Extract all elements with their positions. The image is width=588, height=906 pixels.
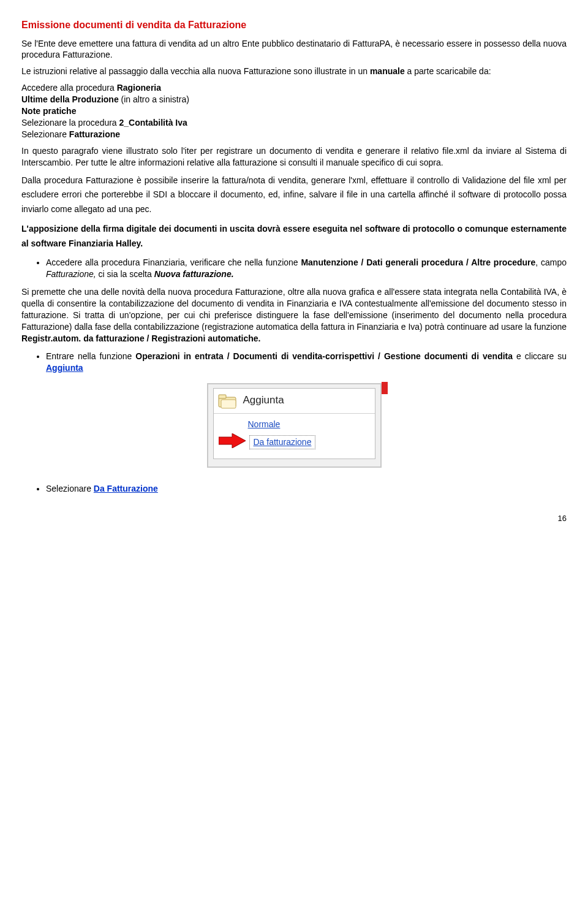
text: Fatturazione, (46, 269, 96, 279)
paragraph-instructions-intro: Le istruzioni relative al passaggio dall… (21, 66, 567, 77)
svg-marker-3 (219, 433, 246, 448)
text: Le istruzioni relative al passaggio dall… (21, 66, 370, 76)
folder-icon (217, 392, 238, 409)
text: Accedere alla procedura (21, 83, 117, 93)
text: a parte scaricabile da: (405, 66, 491, 76)
paragraph-scope: In questo paragrafo viene illustrato sol… (21, 145, 567, 169)
text: Accedere alla procedura Finanziaria, ver… (46, 257, 301, 267)
page-number: 16 (21, 513, 567, 524)
text: , campo (535, 257, 567, 267)
section-title: Emissione documenti di vendita da Fattur… (21, 18, 567, 32)
text: ci sia la scelta (96, 269, 154, 279)
screenshot: Aggiunta Normale Da fatturazione (207, 383, 382, 468)
paragraph-fatturazione-desc: Dalla procedura Fatturazione è possibile… (21, 173, 567, 217)
paragraph-firma-digitale: L'apposizione della firma digitale dei d… (21, 222, 567, 251)
screenshot-inner: Aggiunta Normale Da fatturazione (213, 388, 375, 460)
text: Entrare nella funzione (46, 351, 135, 361)
bullet-list-3: Selezionare Da Fatturazione (21, 483, 567, 495)
option-dafatturazione[interactable]: Da fatturazione (249, 435, 316, 449)
aggiunta-menu-header[interactable]: Aggiunta (214, 391, 375, 414)
manuale-word: manuale (370, 66, 405, 76)
text-ultimeprod: Ultime della Produzione (21, 94, 119, 104)
aggiunta-link[interactable]: Aggiunta (46, 363, 83, 373)
text: Selezionare (21, 129, 69, 139)
svg-rect-1 (219, 395, 226, 398)
steps-list: Accedere alla procedura Ragioneria Ultim… (21, 82, 567, 140)
da-fatturazione-link[interactable]: Da Fatturazione (94, 484, 158, 493)
screenshot-container: Aggiunta Normale Da fatturazione (21, 383, 567, 468)
red-marker (382, 382, 388, 394)
paragraph-intro: Se l'Ente deve emettere una fattura di v… (21, 38, 567, 61)
text-contabilita: 2_Contabilità Iva (119, 118, 187, 128)
list-item: Accedere alla procedura Finanziaria, ver… (46, 257, 567, 280)
text-ragioneria: Ragioneria (117, 83, 161, 93)
text: Selezionare la procedura (21, 118, 119, 128)
text: Nuova fatturazione. (154, 269, 234, 279)
text: Si premette che una delle novità della n… (21, 287, 567, 332)
list-item: Selezionare Da Fatturazione (46, 483, 567, 495)
menu-options: Normale Da fatturazione (214, 414, 375, 454)
text: (in altro a sinistra) (119, 94, 189, 104)
arrow-icon (219, 433, 246, 451)
text: e cliccare su (513, 351, 567, 361)
svg-rect-2 (221, 400, 236, 408)
list-item: Entrare nella funzione Operazioni in ent… (46, 351, 567, 374)
option-normale[interactable]: Normale (248, 419, 369, 430)
option-dafatturazione-row: Da fatturazione (219, 433, 369, 451)
text: Operazioni in entrata / Documenti di ven… (135, 351, 513, 361)
text-notepratiche: Note pratiche (21, 106, 76, 116)
text: Selezionare (46, 484, 94, 493)
bullet-list-2: Entrare nella funzione Operazioni in ent… (21, 351, 567, 374)
text: Registr.autom. da fatturazione / Registr… (21, 333, 261, 343)
bullet-list-1: Accedere alla procedura Finanziaria, ver… (21, 257, 567, 280)
aggiunta-label: Aggiunta (243, 394, 284, 408)
text-fatturazione: Fatturazione (69, 129, 120, 139)
text: Manutenzione / Dati generali procedura /… (301, 257, 535, 267)
paragraph-novita: Si premette che una delle novità della n… (21, 286, 567, 344)
